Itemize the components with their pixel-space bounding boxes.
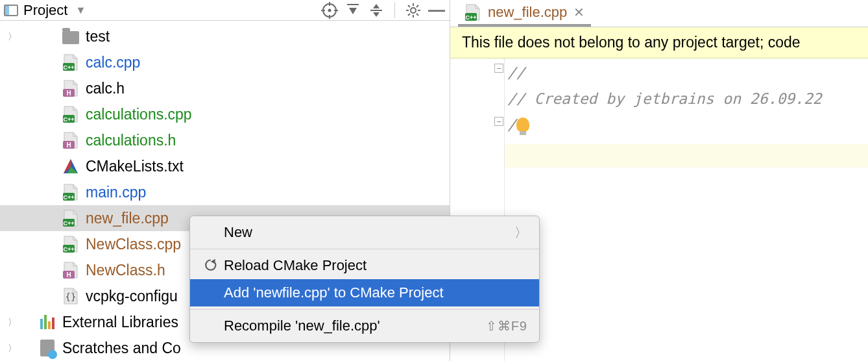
current-line-highlight [505,144,868,168]
tree-item-label: calc.h [86,75,125,101]
tree-item[interactable]: calc.h [0,75,450,101]
menu-item[interactable]: New〉 [190,219,539,246]
chevron-down-icon[interactable]: ▼ [73,5,86,16]
tree-item[interactable]: calc.cpp [0,49,450,75]
cpp-file-icon [62,210,79,227]
scratches-icon [40,340,54,356]
tree-item-label: CMakeLists.txt [86,153,184,179]
editor-tab[interactable]: new_file.cpp ✕ [458,1,591,27]
menu-item[interactable]: Recompile 'new_file.cpp'⇧⌘F9 [190,312,539,340]
cpp-file-icon [62,54,79,71]
menu-item-label: Recompile 'new_file.cpp' [221,317,486,334]
cpp-file-icon [62,236,79,253]
close-tab-icon[interactable]: ✕ [573,5,585,20]
tree-item-label: Scratches and Co [62,335,181,361]
tree-item-label: new_file.cpp [86,205,169,231]
tree-item-label: vcpkg-configu [86,283,178,309]
tab-label: new_file.cpp [488,4,567,21]
gear-icon[interactable] [404,1,422,19]
submenu-arrow-icon: 〉 [514,224,527,242]
menu-item-label: New [221,224,514,241]
fold-start-icon[interactable]: − [494,64,503,73]
menu-item-label: Add 'newfile.cpp' to CMake Project [221,284,527,301]
tree-item[interactable]: CMakeLists.txt [0,153,450,179]
code-line[interactable]: / [507,113,868,136]
code-line[interactable]: // Created by jetbrains on 26.09.22 [507,87,868,110]
tree-item[interactable]: calculations.h [0,127,450,153]
tree-item[interactable]: 〉test [0,23,450,49]
json-file-icon [62,288,79,305]
cmake-file-icon [62,158,79,175]
code-line[interactable]: // [507,61,868,84]
collapse-all-icon[interactable] [367,1,385,19]
tree-item-label: main.cpp [86,179,146,205]
menu-separator [190,309,539,310]
context-menu[interactable]: New〉Reload CMake ProjectAdd 'newfile.cpp… [189,216,540,343]
expand-arrow-icon[interactable]: 〉 [6,23,18,49]
project-view-selector[interactable]: Project [23,2,67,19]
intention-bulb-icon[interactable] [516,118,529,132]
tree-item-label: calc.cpp [86,49,140,75]
file-warning-banner[interactable]: This file does not belong to any project… [450,27,868,58]
tree-item-label: calculations.cpp [86,101,192,127]
expand-all-icon[interactable] [344,1,362,19]
cpp-file-icon [62,184,79,201]
tree-item-label: test [86,23,110,49]
locate-icon[interactable] [320,1,339,19]
expand-arrow-icon[interactable]: 〉 [6,309,18,335]
editor-tab-bar: new_file.cpp ✕ [450,0,868,27]
menu-shortcut: ⇧⌘F9 [486,318,527,334]
menu-item[interactable]: Reload CMake Project [190,252,539,279]
menu-item-label: Reload CMake Project [221,257,527,274]
external-libraries-icon [40,315,54,329]
h-file-icon [62,132,79,149]
tree-item-label: calculations.h [86,127,176,153]
menu-item[interactable]: Add 'newfile.cpp' to CMake Project [190,279,539,306]
h-file-icon [62,262,79,279]
cpp-file-icon [62,106,79,123]
reload-icon [199,258,221,273]
tree-item[interactable]: main.cpp [0,179,450,205]
expand-arrow-icon[interactable]: 〉 [6,335,18,361]
folder-icon [62,31,79,44]
cpp-file-icon [464,4,481,21]
tree-item-label: NewClass.h [86,257,165,283]
tree-item-label: NewClass.cpp [86,231,181,257]
hide-icon[interactable]: — [428,1,446,19]
separator [394,3,395,18]
tree-item-label: External Libraries [62,309,178,335]
menu-separator [190,249,539,249]
h-file-icon [62,80,79,97]
project-panel-icon [4,5,18,16]
fold-end-icon[interactable]: − [494,117,503,126]
tree-item[interactable]: calculations.cpp [0,101,450,127]
project-toolbar: Project ▼ — [0,0,450,21]
